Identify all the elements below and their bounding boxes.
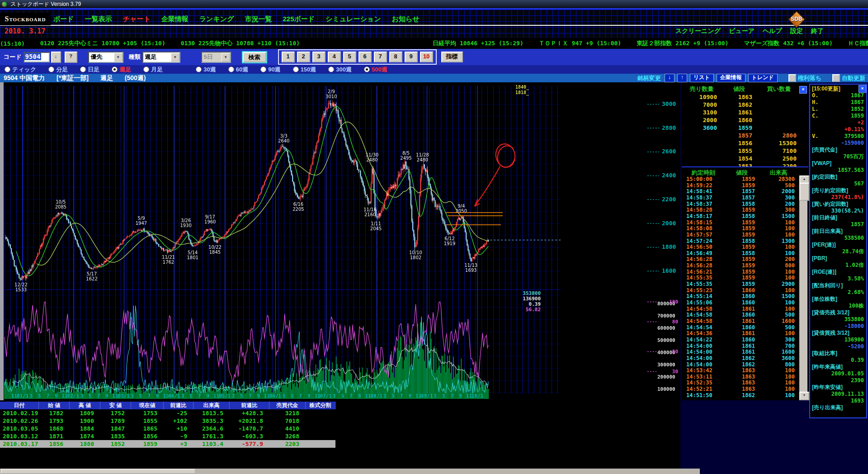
help-button[interactable]: ? xyxy=(65,52,77,63)
index-ticker: (15:10)0120 225先中心ミニ 10780 +105 (15:10)0… xyxy=(0,38,868,49)
chevron-down-icon[interactable]: ▼ xyxy=(171,53,179,62)
tool-スクリーニング[interactable]: スクリーニング xyxy=(675,27,721,35)
radio-icon[interactable] xyxy=(48,66,54,72)
page-button-3[interactable]: 3 xyxy=(312,52,326,62)
ask-quantity: 3600 xyxy=(682,124,722,132)
menu-item-ランキング[interactable]: ランキング xyxy=(199,15,234,24)
page-button-8[interactable]: 8 xyxy=(389,52,402,62)
period-30週[interactable]: 30週 xyxy=(196,66,216,74)
period-90週[interactable]: 90週 xyxy=(260,66,280,74)
stats-label: [売り出来高] xyxy=(812,404,843,411)
time-sales-header: 約定時刻 xyxy=(682,169,725,177)
stats-line: 237(41.8%) xyxy=(810,194,866,201)
trade-volume: 300 xyxy=(759,207,798,213)
checkbox-自動更新[interactable] xyxy=(832,74,840,82)
radio-icon[interactable] xyxy=(328,66,334,72)
table-header-cell: 出来高 xyxy=(193,402,230,409)
tape-row: 14:55:1418601500 xyxy=(682,294,798,299)
close-icon[interactable]: × xyxy=(799,86,807,94)
menu-item-シミュレーション[interactable]: シミュレーション xyxy=(326,15,381,24)
trade-price: 1859 xyxy=(725,183,759,189)
page-button-10[interactable]: 10 xyxy=(420,52,433,62)
menu-item-市況一覧[interactable]: 市況一覧 xyxy=(245,15,272,24)
period-ティック[interactable]: ティック xyxy=(5,66,36,74)
radio-icon[interactable] xyxy=(80,66,86,72)
page-button-9[interactable]: 9 xyxy=(405,52,418,62)
radio-icon[interactable] xyxy=(293,66,299,72)
radio-icon[interactable] xyxy=(143,66,149,72)
tool-終了[interactable]: 終了 xyxy=(811,27,824,35)
priority-dropdown[interactable]: 優先 ▼ xyxy=(88,52,123,63)
tape-row: 14:58:081859100 xyxy=(682,226,798,232)
code-input[interactable]: 9504 xyxy=(24,52,50,62)
tape-row: 14:52:211863100 xyxy=(682,386,798,392)
tool-設定[interactable]: 設定 xyxy=(790,27,803,35)
table-row[interactable]: 2010.02.261793190017891855+1023835.3+202… xyxy=(0,417,335,425)
ask-quantity: 10900 xyxy=(682,93,722,101)
scroll-down-icon[interactable]: ▼ xyxy=(799,392,809,400)
tape-row: 14:54:581861100 xyxy=(682,306,798,312)
menu-item-一覧表示[interactable]: 一覧表示 xyxy=(85,15,112,24)
trade-time: 14:55:06 xyxy=(682,300,725,306)
menu-item-お知らせ[interactable]: お知らせ xyxy=(392,15,420,24)
period-label: 30週 xyxy=(203,66,216,74)
table-row[interactable]: 2010.03.051868188418471865+102364.6-1470… xyxy=(0,425,335,432)
table-row[interactable]: 2010.03.121871187418351856-91761.3-603.3… xyxy=(0,432,335,440)
radio-icon[interactable] xyxy=(228,66,234,72)
tool-ヘルプ[interactable]: ヘルプ xyxy=(763,27,782,35)
infobar-button-↑[interactable]: ↑ xyxy=(677,74,687,82)
ask-quantity xyxy=(682,147,722,155)
radio-icon[interactable] xyxy=(196,66,202,72)
trade-time: 14:54:58 xyxy=(682,312,725,318)
stats-line: 2.68% xyxy=(810,289,866,296)
chevron-down-icon[interactable]: ▼ xyxy=(114,53,123,62)
menu-item-チャート[interactable]: チャート xyxy=(123,15,151,24)
period-150週[interactable]: 150週 xyxy=(293,66,316,74)
time-sales-header: 値段 xyxy=(725,169,759,177)
tool-ビューア[interactable]: ビューア xyxy=(729,27,755,35)
main-chart-canvas[interactable] xyxy=(4,82,680,400)
stats-value: 2009.01.05 xyxy=(831,370,864,377)
page-button-6[interactable]: 6 xyxy=(359,52,372,62)
change-symbol-button[interactable]: 銘柄変更 xyxy=(637,74,661,82)
close-icon[interactable]: × xyxy=(859,85,866,93)
menu-item-企業情報[interactable]: 企業情報 xyxy=(161,15,189,24)
table-cell: +10 xyxy=(164,425,193,432)
indicator-button[interactable]: 指標 xyxy=(441,52,463,62)
radio-icon[interactable] xyxy=(260,66,266,72)
horizontal-scrollbar[interactable] xyxy=(0,469,700,474)
period-500週[interactable]: 500週 xyxy=(364,66,387,74)
infobar-button-↓[interactable]: ↓ xyxy=(665,74,675,82)
type-dropdown[interactable]: 週足 ▼ xyxy=(142,52,180,63)
search-button[interactable]: 検索 xyxy=(243,52,266,62)
page-button-4[interactable]: 4 xyxy=(328,52,341,62)
menu-item-ボード[interactable]: ボード xyxy=(53,15,74,24)
time-sales-scrollbar[interactable]: ▲ ▼ xyxy=(799,175,807,400)
radio-icon[interactable] xyxy=(364,66,370,72)
period-300週[interactable]: 300週 xyxy=(328,66,352,74)
stats-line: [貸借売残 3/12] xyxy=(810,309,866,316)
checkbox-権利落ち[interactable] xyxy=(788,74,796,82)
trade-time: 14:59:22 xyxy=(682,183,725,189)
period-日足[interactable]: 日足 xyxy=(80,66,99,74)
period-週足[interactable]: 週足 xyxy=(112,66,131,74)
period-分足[interactable]: 分足 xyxy=(48,66,68,74)
infobar-button-企業情報[interactable]: 企業情報 xyxy=(717,74,745,82)
period-60週[interactable]: 60週 xyxy=(228,66,248,74)
page-button-7[interactable]: 7 xyxy=(374,52,387,62)
page-button-1[interactable]: 1 xyxy=(282,52,295,62)
page-button-5[interactable]: 5 xyxy=(343,52,356,62)
scrollbar-thumb[interactable] xyxy=(1,469,195,474)
radio-icon[interactable] xyxy=(5,66,10,72)
radio-icon[interactable] xyxy=(112,66,118,72)
infobar-button-リスト[interactable]: リスト xyxy=(690,74,714,82)
period-月足[interactable]: 月足 xyxy=(143,66,163,74)
infobar-button-トレンド[interactable]: トレンド xyxy=(748,74,778,82)
page-button-2[interactable]: 2 xyxy=(297,52,310,62)
scrollbar-thumb[interactable] xyxy=(799,183,809,201)
table-row[interactable]: 2010.02.191782180917521753-251813.5+428.… xyxy=(0,409,335,417)
code-down-button[interactable]: ↓ xyxy=(51,52,61,63)
table-row[interactable]: 2010.03.171856188018521859+31103.4-577.9… xyxy=(0,440,335,448)
stockboard-logo: Stockboard xyxy=(0,13,51,25)
menu-item-225ボード[interactable]: 225ボード xyxy=(283,15,315,24)
